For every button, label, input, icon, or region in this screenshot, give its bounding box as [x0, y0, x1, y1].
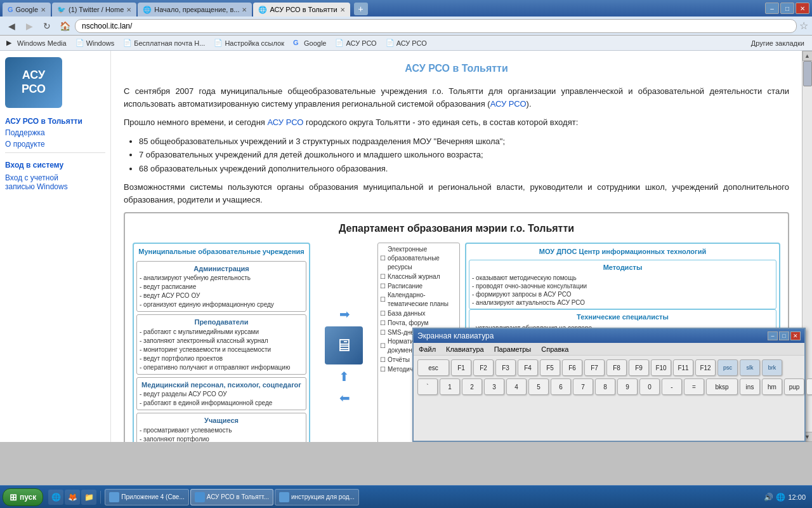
- home-button[interactable]: 🏠: [57, 18, 72, 34]
- sidebar-login-title[interactable]: Вход в систему: [5, 161, 105, 170]
- osk-key-5[interactable]: 5: [528, 378, 549, 395]
- osk-key-psc[interactable]: psc: [717, 359, 738, 376]
- navigation-bar: ◀ ▶ ↻ 🏠 ☆: [0, 17, 812, 36]
- server-icon: 🖥: [335, 332, 353, 359]
- taskbar-clock[interactable]: 12:00: [788, 493, 806, 501]
- bookmark-asu2[interactable]: 📄 АСУ РСО: [383, 38, 429, 48]
- osk-titlebar: Экранная клавиатура – □ ✕: [414, 329, 804, 343]
- taskbar-item-app4[interactable]: Приложение 4 (Све...: [105, 489, 188, 505]
- osk-key-esc[interactable]: esc: [417, 359, 449, 376]
- taskbar-item-asu[interactable]: АСУ РСО в Тольятт...: [190, 489, 273, 505]
- sidebar-link-about[interactable]: О продукте: [5, 138, 105, 150]
- bookmark-google[interactable]: G Google: [291, 38, 329, 48]
- close-button[interactable]: ✕: [796, 3, 809, 14]
- scrollbar-thumb[interactable]: [803, 61, 812, 86]
- address-bar[interactable]: [75, 19, 797, 33]
- bookmark-mail-icon: 📄: [123, 39, 132, 48]
- osk-key-f3[interactable]: F3: [495, 359, 516, 376]
- osk-key-f2[interactable]: F2: [473, 359, 494, 376]
- quick-launch-1[interactable]: 🌐: [48, 490, 63, 505]
- osk-menu-help[interactable]: Справка: [541, 345, 568, 353]
- sidebar-link-support[interactable]: Поддержка: [5, 127, 105, 138]
- asu-link-2[interactable]: АСУ РСО: [267, 117, 303, 127]
- diagram-group-teachers: Преподаватели - работают с мультимедийны…: [136, 314, 306, 375]
- tab-google[interactable]: G Google ✕: [3, 3, 51, 17]
- osk-key-7[interactable]: 7: [573, 378, 593, 395]
- bookmark-windows-icon: 📄: [75, 39, 84, 48]
- osk-key-9[interactable]: 9: [617, 378, 638, 395]
- osk-menu-keyboard[interactable]: Клавиатура: [446, 345, 484, 353]
- quick-launch-3[interactable]: 📁: [81, 490, 96, 505]
- osk-key-3[interactable]: 3: [484, 378, 504, 395]
- tab-asu-close[interactable]: ✕: [340, 6, 345, 13]
- osk-close-button[interactable]: ✕: [790, 331, 801, 340]
- tab-twitter[interactable]: 🐦 (1) Twitter / Home ✕: [52, 3, 136, 17]
- osk-menu-file[interactable]: Файл: [419, 345, 436, 353]
- tab-google-close[interactable]: ✕: [41, 6, 46, 13]
- bookmark-asu1[interactable]: 📄 АСУ РСО: [332, 38, 379, 48]
- diagram-group-admin: Администрация - анализируют учебную деят…: [136, 261, 306, 312]
- osk-key-0[interactable]: 0: [639, 378, 660, 395]
- osk-key-f8[interactable]: F8: [606, 359, 627, 376]
- osk-key-2[interactable]: 2: [462, 378, 482, 395]
- asu-link-1[interactable]: АСУ РСО: [490, 99, 527, 109]
- osk-row-2: ` 1 2 3 4 5 6 7 8 9 0 - = bksp ins hm pu…: [417, 378, 801, 395]
- taskbar-item-instr[interactable]: инструкция для род...: [275, 489, 359, 505]
- tab-asu[interactable]: 🌐 АСУ РСО в Тольятти ✕: [253, 3, 350, 17]
- osk-key-f1[interactable]: F1: [451, 359, 471, 376]
- osk-key-backtick[interactable]: `: [417, 378, 438, 395]
- osk-key-minus[interactable]: -: [662, 378, 682, 395]
- diagram-group-students-text: - просматривают успеваемость - заполняют…: [140, 426, 303, 443]
- bookmark-mail[interactable]: 📄 Бесплатная почта Н...: [121, 38, 207, 48]
- osk-key-ins[interactable]: ins: [740, 378, 760, 395]
- osk-menu-params[interactable]: Параметры: [494, 345, 532, 353]
- osk-key-hm[interactable]: hm: [762, 378, 782, 395]
- other-bookmarks[interactable]: Другие закладки: [747, 39, 808, 48]
- arrow-left: ⬆: [334, 309, 353, 320]
- tab-twitter-close[interactable]: ✕: [126, 6, 131, 13]
- back-button[interactable]: ◀: [4, 18, 19, 34]
- bookmark-settings[interactable]: 📄 Настройка ссылок: [211, 38, 287, 48]
- start-button[interactable]: ⊞ пуск: [3, 488, 43, 506]
- osk-key-equals[interactable]: =: [684, 378, 704, 395]
- bookmark-windows-media[interactable]: ▶ Windows Media: [4, 38, 69, 48]
- osk-key-f9[interactable]: F9: [629, 359, 649, 376]
- osk-key-1[interactable]: 1: [440, 378, 460, 395]
- osk-key-nl[interactable]: nl: [806, 378, 812, 395]
- osk-key-f4[interactable]: F4: [518, 359, 538, 376]
- minimize-button[interactable]: –: [765, 3, 779, 14]
- diagram-group-medical: Медицинский персонал, психолог, соцпедаг…: [136, 377, 306, 411]
- diagram-center: ⬆ 🖥 ⬆ ⬇: [315, 243, 372, 442]
- tab-nachalo[interactable]: 🌐 Начало, прекращение, в... ✕: [138, 3, 252, 17]
- osk-key-f6[interactable]: F6: [562, 359, 582, 376]
- maximize-button[interactable]: □: [780, 3, 794, 14]
- tab-nachalo-close[interactable]: ✕: [242, 6, 247, 13]
- bookmark-star-icon[interactable]: ☆: [799, 20, 808, 32]
- bookmark-settings-icon: 📄: [214, 39, 223, 48]
- scrollbar-up-button[interactable]: ▲: [802, 51, 813, 61]
- resource-3: Расписание: [380, 281, 457, 291]
- osk-key-bksp[interactable]: bksp: [706, 378, 738, 395]
- osk-key-6[interactable]: 6: [551, 378, 571, 395]
- osk-key-pup[interactable]: pup: [784, 378, 804, 395]
- sidebar-link-asu[interactable]: АСУ РСО в Тольятти: [5, 116, 105, 127]
- osk-maximize-button[interactable]: □: [779, 331, 789, 340]
- osk-minimize-button[interactable]: –: [768, 331, 778, 340]
- osk-key-f11[interactable]: F11: [673, 359, 693, 376]
- osk-key-slk[interactable]: slk: [740, 359, 760, 376]
- osk-key-brk[interactable]: brk: [762, 359, 782, 376]
- new-tab-button[interactable]: +: [354, 3, 368, 15]
- bookmark-windows[interactable]: 📄 Windows: [73, 38, 117, 48]
- osk-key-f10[interactable]: F10: [651, 359, 671, 376]
- osk-key-f5[interactable]: F5: [540, 359, 560, 376]
- forward-button[interactable]: ▶: [22, 18, 37, 34]
- taskbar-tray: 🔊 🌐 12:00: [760, 493, 809, 502]
- osk-key-8[interactable]: 8: [595, 378, 615, 395]
- osk-key-f7[interactable]: F7: [584, 359, 605, 376]
- osk-key-4[interactable]: 4: [506, 378, 527, 395]
- reload-button[interactable]: ↻: [39, 18, 55, 34]
- osk-key-f12[interactable]: F12: [695, 359, 716, 376]
- windows-icon: ⊞: [10, 492, 17, 502]
- sidebar-windows-login[interactable]: Вход с учетной записью Windows: [5, 172, 105, 192]
- quick-launch-2[interactable]: 🦊: [65, 490, 80, 505]
